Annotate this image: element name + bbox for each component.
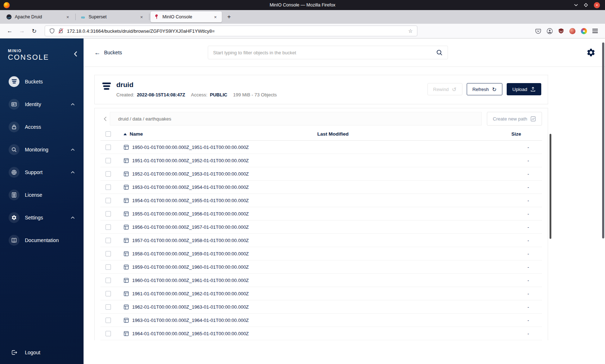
table-row[interactable]: 1955-01-01T00:00:00.000Z_1956-01-01T00:0… xyxy=(100,207,542,220)
row-checkbox[interactable] xyxy=(106,251,111,256)
url-bar[interactable]: 172.18.0.4:31664/buckets/druid/browse/ZG… xyxy=(45,26,417,36)
row-checkbox[interactable] xyxy=(106,171,111,177)
table-row[interactable]: 1963-01-01T00:00:00.000Z_1964-01-01T00:0… xyxy=(100,314,542,327)
column-header-last-modified[interactable]: Last Modified xyxy=(317,131,507,137)
object-filter-search[interactable] xyxy=(208,46,448,59)
logout-icon xyxy=(9,350,19,355)
account-icon[interactable] xyxy=(547,28,553,34)
brand-bottom: CONSOLE xyxy=(8,53,76,62)
object-file-icon xyxy=(124,211,129,217)
row-checkbox[interactable] xyxy=(106,304,111,310)
firefox-logo-icon xyxy=(4,2,10,8)
object-file-icon xyxy=(124,291,129,296)
list-scrollbar-thumb[interactable] xyxy=(550,134,551,239)
row-checkbox[interactable] xyxy=(106,318,111,323)
object-size: - xyxy=(507,331,542,336)
page-scrollbar-thumb[interactable] xyxy=(602,42,604,238)
sidebar-item-license[interactable]: License xyxy=(0,183,84,206)
lock-icon xyxy=(9,122,19,132)
table-row[interactable]: 1950-01-01T00:00:00.000Z_1951-01-01T00:0… xyxy=(100,141,542,154)
object-name: 1961-01-01T00:00:00.000Z_1962-01-01T00:0… xyxy=(132,291,249,296)
tab-apache-druid[interactable]: Apache Druid × xyxy=(3,12,74,22)
row-checkbox[interactable] xyxy=(106,224,111,230)
row-checkbox[interactable] xyxy=(106,185,111,190)
column-header-name[interactable]: Name xyxy=(116,131,317,137)
table-row[interactable]: 1960-01-01T00:00:00.000Z_1961-01-01T00:0… xyxy=(100,274,542,287)
table-row[interactable]: 1964-01-01T00:00:00.000Z_1965-01-01T00:0… xyxy=(100,327,542,340)
window-close-icon[interactable]: × xyxy=(594,2,600,8)
table-row[interactable]: 1961-01-01T00:00:00.000Z_1962-01-01T00:0… xyxy=(100,287,542,300)
search-icon xyxy=(436,49,443,56)
table-row[interactable]: 1962-01-01T00:00:00.000Z_1963-01-01T00:0… xyxy=(100,300,542,314)
row-checkbox[interactable] xyxy=(106,278,111,283)
sidebar-item-identity[interactable]: Identity xyxy=(0,93,84,115)
window-maximize-icon[interactable] xyxy=(584,3,588,7)
forward-button[interactable]: → xyxy=(17,26,27,36)
row-checkbox[interactable] xyxy=(106,145,111,150)
ublock-icon[interactable] xyxy=(558,28,564,34)
tab-close-icon[interactable]: × xyxy=(212,14,219,20)
tab-close-icon[interactable]: × xyxy=(138,14,145,20)
row-checkbox[interactable] xyxy=(106,291,111,296)
select-all-checkbox[interactable] xyxy=(106,131,111,137)
table-row[interactable]: 1958-01-01T00:00:00.000Z_1959-01-01T00:0… xyxy=(100,247,542,260)
rewind-button[interactable]: Rewind ↺ xyxy=(427,83,462,95)
new-tab-button[interactable]: + xyxy=(224,12,234,22)
minio-logo: MINIO CONSOLE xyxy=(0,38,84,62)
object-name: 1951-01-01T00:00:00.000Z_1952-01-01T00:0… xyxy=(132,158,249,163)
row-checkbox[interactable] xyxy=(106,331,111,336)
table-row[interactable]: 1953-01-01T00:00:00.000Z_1954-01-01T00:0… xyxy=(100,181,542,194)
insecure-lock-icon[interactable] xyxy=(58,28,64,34)
row-checkbox[interactable] xyxy=(106,238,111,243)
sidebar-item-support[interactable]: Support xyxy=(0,161,84,183)
create-new-path-button[interactable]: Create new path xyxy=(487,112,542,126)
breadcrumb-back-chevron-icon[interactable] xyxy=(100,117,110,121)
object-file-icon xyxy=(124,171,129,177)
sidebar-item-access[interactable]: Access xyxy=(0,115,84,138)
object-name: 1955-01-01T00:00:00.000Z_1956-01-01T00:0… xyxy=(132,211,249,217)
table-row[interactable]: 1959-01-01T00:00:00.000Z_1960-01-01T00:0… xyxy=(100,260,542,274)
bookmark-star-icon[interactable]: ☆ xyxy=(408,28,413,34)
sort-ascending-icon xyxy=(124,133,127,135)
row-checkbox[interactable] xyxy=(106,158,111,163)
extension-pinwheel-icon[interactable] xyxy=(581,28,587,34)
row-checkbox[interactable] xyxy=(106,211,111,217)
breadcrumb[interactable]: druid / data / earthquakes xyxy=(110,112,482,126)
column-header-size[interactable]: Size xyxy=(507,131,542,137)
sidebar-collapse-icon[interactable] xyxy=(74,51,77,58)
upload-button[interactable]: Upload xyxy=(507,83,541,95)
refresh-button[interactable]: Refresh ↻ xyxy=(467,83,502,95)
brand-top: MINIO xyxy=(8,49,76,53)
sidebar-item-monitoring[interactable]: Monitoring xyxy=(0,138,84,161)
object-file-icon xyxy=(124,145,129,150)
table-row[interactable]: 1956-01-01T00:00:00.000Z_1957-01-01T00:0… xyxy=(100,220,542,234)
reload-button[interactable]: ↻ xyxy=(29,26,40,36)
settings-gear-icon[interactable] xyxy=(586,48,596,57)
sidebar-item-documentation[interactable]: Documentation xyxy=(0,229,84,251)
tab-superset[interactable]: ∞ Superset × xyxy=(77,12,148,22)
profile-avatar-icon[interactable] xyxy=(569,28,575,34)
sidebar-item-logout[interactable]: Logout xyxy=(0,350,84,355)
row-checkbox[interactable] xyxy=(106,198,111,203)
back-to-buckets-link[interactable]: ← Buckets xyxy=(94,50,122,56)
main-panel: ← Buckets druid xyxy=(84,38,605,364)
pocket-icon[interactable] xyxy=(535,28,541,34)
sidebar-item-settings[interactable]: Settings xyxy=(0,206,84,229)
tab-minio-console[interactable]: MinIO Console × xyxy=(151,12,222,22)
window-minimize-icon[interactable] xyxy=(574,4,578,6)
table-row[interactable]: 1952-01-01T00:00:00.000Z_1953-01-01T00:0… xyxy=(100,167,542,181)
menu-hamburger-icon[interactable] xyxy=(592,29,598,33)
tab-separator xyxy=(149,14,149,20)
row-checkbox[interactable] xyxy=(106,264,111,270)
tab-close-icon[interactable]: × xyxy=(64,14,71,20)
sidebar-item-buckets[interactable]: Buckets xyxy=(0,70,84,93)
bucket-name: druid xyxy=(116,81,277,89)
table-row[interactable]: 1951-01-01T00:00:00.000Z_1952-01-01T00:0… xyxy=(100,154,542,167)
created-value: 2022-08-15T14:08:47Z xyxy=(137,92,185,97)
table-row[interactable]: 1957-01-01T00:00:00.000Z_1958-01-01T00:0… xyxy=(100,234,542,247)
table-row[interactable]: 1954-01-01T00:00:00.000Z_1955-01-01T00:0… xyxy=(100,194,542,207)
back-button[interactable]: ← xyxy=(4,26,15,36)
shield-icon[interactable] xyxy=(49,28,55,34)
search-input[interactable] xyxy=(213,50,436,55)
object-file-icon xyxy=(124,278,129,283)
